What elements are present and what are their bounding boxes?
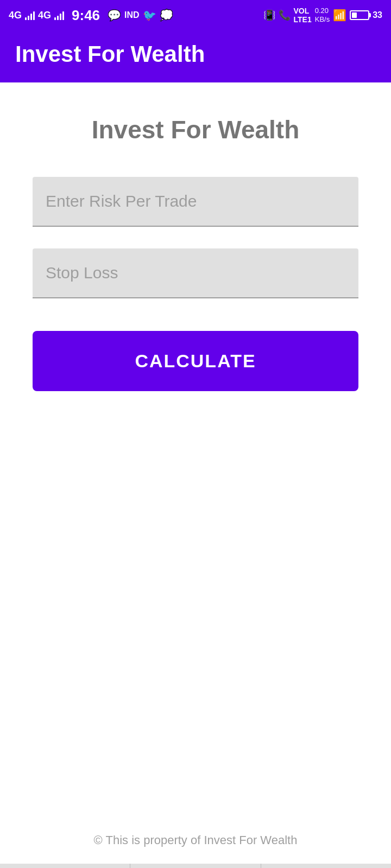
bottom-bar-segment-1 bbox=[0, 864, 130, 868]
status-bar-right: 📳 📞 VOLLTE1 0.20KB/s 📶 33 bbox=[263, 7, 382, 24]
form-section: CALCULATE bbox=[33, 177, 358, 391]
risk-per-trade-input[interactable] bbox=[33, 177, 358, 227]
vibrate-icon: 📳 bbox=[263, 9, 275, 21]
signal-icon-1 bbox=[25, 10, 35, 20]
status-bar-left: 4G 4G 9:46 💬 IND 🐦 💭 bbox=[9, 7, 173, 24]
wifi-icon: 📶 bbox=[333, 9, 346, 22]
app-header-title: Invest For Wealth bbox=[15, 41, 205, 67]
battery-fill bbox=[352, 12, 357, 18]
network-4g-2: 4G bbox=[38, 10, 51, 21]
stop-loss-input[interactable] bbox=[33, 248, 358, 298]
battery-percent: 33 bbox=[373, 10, 382, 20]
bottom-nav-bar bbox=[0, 864, 391, 868]
footer-copyright: © This is property of Invest For Wealth bbox=[94, 833, 298, 847]
twitter-icon: 🐦 bbox=[143, 9, 156, 22]
ind-label: IND bbox=[124, 10, 140, 20]
signal-icon-2 bbox=[54, 10, 64, 20]
network-4g-1: 4G bbox=[9, 10, 22, 21]
status-time: 9:46 bbox=[72, 7, 100, 24]
bottom-bar-segment-2 bbox=[130, 864, 261, 868]
calculate-button[interactable]: CALCULATE bbox=[33, 331, 358, 391]
battery-icon bbox=[350, 10, 369, 20]
page-title: Invest For Wealth bbox=[92, 115, 300, 144]
vol-lte-label: VOLLTE1 bbox=[294, 7, 312, 24]
status-bar: 4G 4G 9:46 💬 IND 🐦 💭 📳 📞 bbox=[0, 0, 391, 30]
main-content: Invest For Wealth CALCULATE bbox=[0, 82, 391, 817]
message-icon: 💭 bbox=[160, 9, 173, 22]
footer: © This is property of Invest For Wealth bbox=[0, 817, 391, 864]
call-icon: 📞 bbox=[279, 9, 291, 21]
whatsapp-icon: 💬 bbox=[108, 9, 121, 22]
network-speed: 0.20KB/s bbox=[315, 7, 330, 23]
bottom-bar-segment-3 bbox=[261, 864, 391, 868]
app-header: Invest For Wealth bbox=[0, 30, 391, 82]
